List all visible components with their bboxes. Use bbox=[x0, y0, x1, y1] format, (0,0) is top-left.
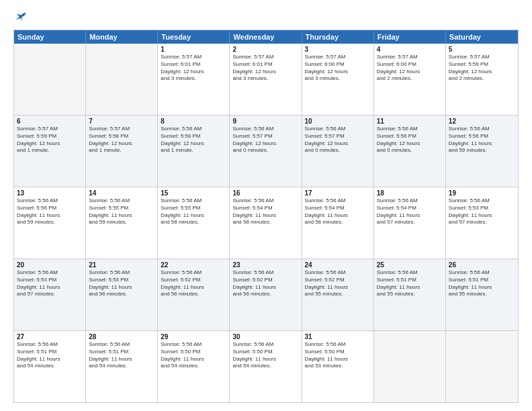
calendar-header-cell: Thursday bbox=[302, 30, 374, 44]
calendar-cell: 19Sunrise: 5:56 AMSunset: 5:53 PMDayligh… bbox=[446, 187, 518, 259]
day-number: 12 bbox=[449, 118, 515, 125]
cell-info: Sunrise: 5:56 AMSunset: 5:53 PMDaylight:… bbox=[17, 269, 83, 298]
cell-info: Sunrise: 5:56 AMSunset: 5:53 PMDaylight:… bbox=[89, 269, 154, 298]
day-number: 9 bbox=[232, 118, 298, 125]
calendar-header-cell: Monday bbox=[86, 30, 158, 44]
day-number: 29 bbox=[161, 333, 226, 340]
logo-text bbox=[13, 11, 27, 23]
day-number: 1 bbox=[161, 46, 226, 53]
cell-info: Sunrise: 5:56 AMSunset: 5:50 PMDaylight:… bbox=[232, 341, 298, 370]
calendar-cell: 25Sunrise: 5:56 AMSunset: 5:51 PMDayligh… bbox=[374, 259, 446, 330]
calendar-cell: 13Sunrise: 5:56 AMSunset: 5:56 PMDayligh… bbox=[14, 187, 86, 259]
calendar-cell: 8Sunrise: 5:56 AMSunset: 5:58 PMDaylight… bbox=[158, 116, 230, 187]
cell-info: Sunrise: 5:56 AMSunset: 5:54 PMDaylight:… bbox=[377, 197, 443, 226]
calendar-header-cell: Tuesday bbox=[158, 30, 230, 44]
cell-info: Sunrise: 5:56 AMSunset: 5:50 PMDaylight:… bbox=[305, 341, 371, 370]
calendar-cell bbox=[374, 331, 446, 402]
cell-info: Sunrise: 5:56 AMSunset: 5:57 PMDaylight:… bbox=[305, 126, 371, 154]
day-number: 17 bbox=[305, 189, 371, 197]
calendar-cell: 18Sunrise: 5:56 AMSunset: 5:54 PMDayligh… bbox=[374, 187, 446, 259]
cell-info: Sunrise: 5:56 AMSunset: 5:55 PMDaylight:… bbox=[161, 197, 226, 226]
cell-info: Sunrise: 5:57 AMSunset: 6:00 PMDaylight:… bbox=[305, 54, 371, 83]
calendar-header-cell: Wednesday bbox=[230, 30, 302, 44]
calendar-header-cell: Sunday bbox=[14, 30, 86, 44]
calendar-cell: 7Sunrise: 5:57 AMSunset: 5:58 PMDaylight… bbox=[86, 116, 158, 187]
calendar-header-cell: Saturday bbox=[446, 30, 518, 44]
cell-info: Sunrise: 5:56 AMSunset: 5:51 PMDaylight:… bbox=[89, 341, 154, 370]
day-number: 20 bbox=[17, 261, 83, 269]
calendar-cell: 24Sunrise: 5:56 AMSunset: 5:52 PMDayligh… bbox=[302, 259, 374, 330]
day-number: 2 bbox=[232, 46, 298, 53]
calendar: SundayMondayTuesdayWednesdayThursdayFrid… bbox=[13, 30, 519, 403]
calendar-cell: 4Sunrise: 5:57 AMSunset: 6:00 PMDaylight… bbox=[374, 44, 446, 115]
calendar-cell bbox=[14, 44, 86, 115]
page: SundayMondayTuesdayWednesdayThursdayFrid… bbox=[0, 0, 532, 411]
calendar-cell: 14Sunrise: 5:56 AMSunset: 5:55 PMDayligh… bbox=[86, 187, 158, 259]
cell-info: Sunrise: 5:56 AMSunset: 5:51 PMDaylight:… bbox=[449, 269, 515, 298]
cell-info: Sunrise: 5:56 AMSunset: 5:57 PMDaylight:… bbox=[232, 126, 298, 154]
logo-bird-icon bbox=[15, 11, 27, 23]
calendar-cell: 27Sunrise: 5:56 AMSunset: 5:51 PMDayligh… bbox=[14, 331, 86, 402]
day-number: 18 bbox=[377, 189, 443, 197]
calendar-cell: 28Sunrise: 5:56 AMSunset: 5:51 PMDayligh… bbox=[86, 331, 158, 402]
cell-info: Sunrise: 5:57 AMSunset: 5:59 PMDaylight:… bbox=[17, 126, 83, 154]
day-number: 15 bbox=[161, 189, 226, 197]
cell-info: Sunrise: 5:56 AMSunset: 5:50 PMDaylight:… bbox=[161, 341, 226, 370]
day-number: 7 bbox=[89, 118, 154, 125]
day-number: 11 bbox=[377, 118, 443, 125]
header bbox=[13, 11, 519, 23]
calendar-cell: 23Sunrise: 5:56 AMSunset: 5:52 PMDayligh… bbox=[230, 259, 302, 330]
cell-info: Sunrise: 5:57 AMSunset: 5:59 PMDaylight:… bbox=[449, 54, 515, 83]
day-number: 8 bbox=[161, 118, 226, 125]
calendar-cell: 10Sunrise: 5:56 AMSunset: 5:57 PMDayligh… bbox=[302, 116, 374, 187]
calendar-body: 1Sunrise: 5:57 AMSunset: 6:01 PMDaylight… bbox=[14, 44, 518, 402]
calendar-cell: 3Sunrise: 5:57 AMSunset: 6:00 PMDaylight… bbox=[302, 44, 374, 115]
cell-info: Sunrise: 5:56 AMSunset: 5:52 PMDaylight:… bbox=[232, 269, 298, 298]
day-number: 6 bbox=[17, 118, 83, 125]
calendar-cell bbox=[86, 44, 158, 115]
day-number: 21 bbox=[89, 261, 154, 269]
cell-info: Sunrise: 5:57 AMSunset: 6:01 PMDaylight:… bbox=[232, 54, 298, 83]
calendar-cell: 9Sunrise: 5:56 AMSunset: 5:57 PMDaylight… bbox=[230, 116, 302, 187]
day-number: 28 bbox=[89, 333, 154, 340]
day-number: 23 bbox=[232, 261, 298, 269]
cell-info: Sunrise: 5:56 AMSunset: 5:51 PMDaylight:… bbox=[17, 341, 83, 370]
calendar-row: 6Sunrise: 5:57 AMSunset: 5:59 PMDaylight… bbox=[14, 115, 518, 187]
day-number: 31 bbox=[305, 333, 371, 340]
cell-info: Sunrise: 5:56 AMSunset: 5:56 PMDaylight:… bbox=[377, 126, 443, 154]
calendar-cell: 6Sunrise: 5:57 AMSunset: 5:59 PMDaylight… bbox=[14, 116, 86, 187]
cell-info: Sunrise: 5:56 AMSunset: 5:55 PMDaylight:… bbox=[89, 197, 154, 226]
cell-info: Sunrise: 5:56 AMSunset: 5:52 PMDaylight:… bbox=[161, 269, 226, 298]
day-number: 5 bbox=[449, 46, 515, 53]
calendar-cell: 11Sunrise: 5:56 AMSunset: 5:56 PMDayligh… bbox=[374, 116, 446, 187]
cell-info: Sunrise: 5:56 AMSunset: 5:56 PMDaylight:… bbox=[17, 197, 83, 226]
day-number: 14 bbox=[89, 189, 154, 197]
cell-info: Sunrise: 5:57 AMSunset: 6:01 PMDaylight:… bbox=[161, 54, 226, 83]
day-number: 25 bbox=[377, 261, 443, 269]
cell-info: Sunrise: 5:57 AMSunset: 6:00 PMDaylight:… bbox=[377, 54, 443, 83]
calendar-cell: 30Sunrise: 5:56 AMSunset: 5:50 PMDayligh… bbox=[230, 331, 302, 402]
day-number: 4 bbox=[377, 46, 443, 53]
day-number: 13 bbox=[17, 189, 83, 197]
calendar-cell bbox=[446, 331, 518, 402]
calendar-cell: 26Sunrise: 5:56 AMSunset: 5:51 PMDayligh… bbox=[446, 259, 518, 330]
calendar-cell: 16Sunrise: 5:56 AMSunset: 5:54 PMDayligh… bbox=[230, 187, 302, 259]
calendar-header: SundayMondayTuesdayWednesdayThursdayFrid… bbox=[14, 30, 518, 44]
calendar-cell: 12Sunrise: 5:56 AMSunset: 5:56 PMDayligh… bbox=[446, 116, 518, 187]
day-number: 10 bbox=[305, 118, 371, 125]
cell-info: Sunrise: 5:56 AMSunset: 5:54 PMDaylight:… bbox=[305, 197, 371, 226]
day-number: 30 bbox=[232, 333, 298, 340]
calendar-row: 27Sunrise: 5:56 AMSunset: 5:51 PMDayligh… bbox=[14, 330, 518, 402]
calendar-cell: 29Sunrise: 5:56 AMSunset: 5:50 PMDayligh… bbox=[158, 331, 230, 402]
calendar-cell: 1Sunrise: 5:57 AMSunset: 6:01 PMDaylight… bbox=[158, 44, 230, 115]
cell-info: Sunrise: 5:56 AMSunset: 5:54 PMDaylight:… bbox=[232, 197, 298, 226]
day-number: 27 bbox=[17, 333, 83, 340]
cell-info: Sunrise: 5:56 AMSunset: 5:51 PMDaylight:… bbox=[377, 269, 443, 298]
calendar-cell: 31Sunrise: 5:56 AMSunset: 5:50 PMDayligh… bbox=[302, 331, 374, 402]
cell-info: Sunrise: 5:57 AMSunset: 5:58 PMDaylight:… bbox=[89, 126, 154, 154]
logo bbox=[13, 11, 27, 23]
day-number: 26 bbox=[449, 261, 515, 269]
calendar-row: 1Sunrise: 5:57 AMSunset: 6:01 PMDaylight… bbox=[14, 44, 518, 115]
calendar-cell: 15Sunrise: 5:56 AMSunset: 5:55 PMDayligh… bbox=[158, 187, 230, 259]
cell-info: Sunrise: 5:56 AMSunset: 5:52 PMDaylight:… bbox=[305, 269, 371, 298]
